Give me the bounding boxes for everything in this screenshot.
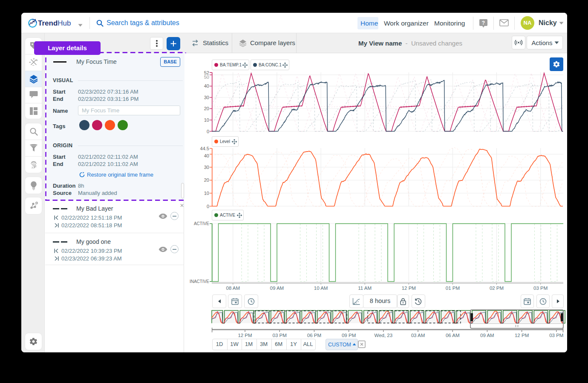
- svg-text:44.5: 44.5: [200, 146, 209, 151]
- svg-text:×: ×: [36, 58, 38, 62]
- svg-text:40: 40: [204, 83, 209, 89]
- svg-text:0: 0: [207, 204, 209, 209]
- svg-text:÷: ÷: [29, 60, 31, 64]
- svg-text:10: 10: [204, 191, 209, 196]
- svg-text:09 AM: 09 AM: [270, 286, 284, 291]
- svg-text:12 PM: 12 PM: [515, 333, 529, 338]
- svg-text:12 PM: 12 PM: [402, 286, 416, 291]
- svg-text:11 AM: 11 AM: [358, 286, 372, 291]
- svg-text:09 AM: 09 AM: [480, 333, 494, 338]
- svg-text:−: −: [32, 63, 35, 67]
- svg-text:10: 10: [204, 117, 209, 123]
- svg-text:20: 20: [204, 106, 209, 111]
- svg-text:03 PM: 03 PM: [549, 333, 563, 338]
- svg-text:02 PM: 02 PM: [490, 286, 504, 291]
- svg-text:0: 0: [207, 129, 209, 134]
- svg-text:08 AM: 08 AM: [226, 286, 240, 291]
- svg-text:50: 50: [204, 74, 209, 80]
- svg-text:06 PM: 06 PM: [307, 333, 321, 338]
- svg-text:40: 40: [204, 153, 209, 158]
- svg-text:03 AM: 03 AM: [411, 333, 425, 338]
- svg-text:+: +: [33, 57, 35, 61]
- svg-text:30: 30: [204, 165, 209, 170]
- svg-text:03 PM: 03 PM: [273, 333, 287, 338]
- svg-text:INACTIVE: INACTIVE: [190, 279, 209, 284]
- svg-text:03 PM: 03 PM: [533, 286, 548, 291]
- svg-text:Wed, 23: Wed, 23: [374, 333, 392, 338]
- svg-text:20: 20: [204, 177, 209, 183]
- svg-text:06 AM: 06 AM: [446, 333, 460, 338]
- svg-text:30: 30: [204, 95, 209, 100]
- svg-text:ACTIVE: ACTIVE: [194, 221, 209, 226]
- svg-text:10 AM: 10 AM: [314, 286, 328, 291]
- svg-text:12 PM: 12 PM: [238, 333, 252, 338]
- svg-text:09 PM: 09 PM: [342, 333, 356, 338]
- svg-text:01 PM: 01 PM: [446, 286, 460, 291]
- svg-text:?: ?: [482, 20, 485, 26]
